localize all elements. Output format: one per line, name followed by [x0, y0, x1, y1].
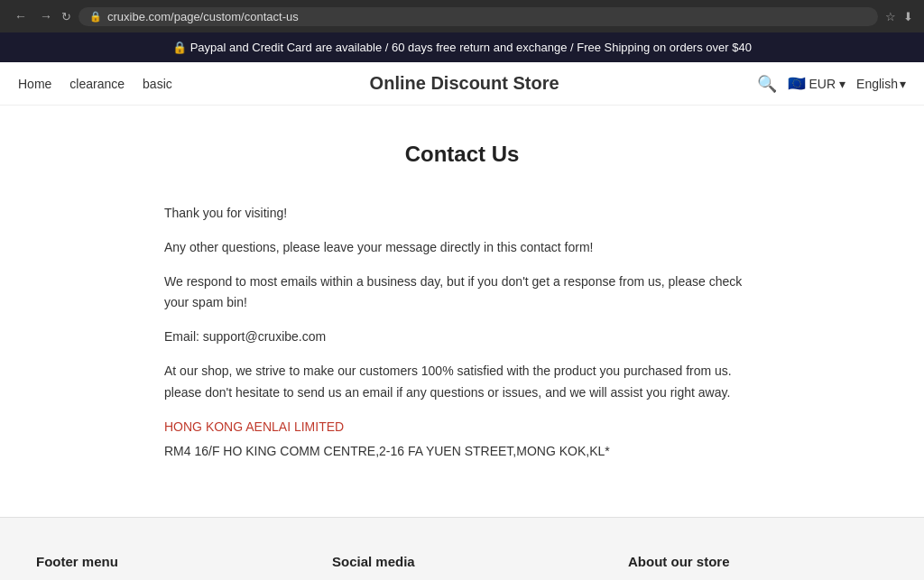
footer-about-title: About our store	[628, 554, 888, 569]
language-label: English	[856, 77, 898, 91]
language-selector[interactable]: English ▾	[856, 77, 906, 91]
footer-social-title: Social media	[332, 554, 592, 569]
footer-menu-col: Footer menu Why sale with this price? Ab…	[36, 554, 296, 580]
footer-social-col: Social media Show a newsletter sign up a…	[332, 554, 592, 580]
nav-basic[interactable]: basic	[143, 77, 172, 91]
contact-p1: Thank you for visiting!	[164, 203, 760, 225]
contact-p5: At our shop, we strive to make our custo…	[164, 361, 760, 404]
nav-clearance[interactable]: clearance	[69, 77, 125, 91]
reload-button[interactable]: ↻	[61, 10, 71, 23]
url-text: cruxibe.com/page/custom/contact-us	[107, 10, 299, 23]
lock-icon: 🔒	[89, 11, 102, 23]
forward-button[interactable]: →	[36, 7, 56, 25]
search-button[interactable]: 🔍	[757, 74, 777, 94]
download-button[interactable]: ⬇	[903, 10, 913, 23]
contact-email: Email: support@cruxibe.com	[164, 327, 760, 348]
header-nav: Home clearance basic	[18, 77, 172, 91]
address-bar[interactable]: 🔒 cruxibe.com/page/custom/contact-us	[79, 7, 878, 26]
currency-selector[interactable]: 🇪🇺 EUR ▾	[788, 75, 846, 92]
footer-about-col: About our store About our store ⭐ High-q…	[628, 554, 888, 580]
main-content: Contact Us Thank you for visiting! Any o…	[56, 106, 868, 517]
site-logo: Online Discount Store	[172, 73, 757, 94]
browser-chrome: ← → ↻ 🔒 cruxibe.com/page/custom/contact-…	[0, 0, 924, 32]
currency-chevron-icon: ▾	[839, 77, 845, 91]
flag-icon: 🇪🇺	[788, 75, 806, 92]
site-header: Home clearance basic Online Discount Sto…	[0, 62, 924, 106]
language-chevron-icon: ▾	[900, 77, 906, 91]
browser-nav-buttons: ← → ↻	[11, 7, 71, 25]
contact-p2: Any other questions, please leave your m…	[164, 237, 760, 259]
company-address: RM4 16/F HO KING COMM CENTRE,2-16 FA YUE…	[164, 444, 610, 458]
back-button[interactable]: ←	[11, 7, 31, 25]
contact-body: Thank you for visiting! Any other questi…	[164, 203, 760, 463]
currency-label: EUR	[809, 77, 836, 91]
announcement-text: 🔒 Paypal and Credit Card are available /…	[172, 41, 752, 54]
bookmark-button[interactable]: ☆	[885, 10, 896, 23]
site-footer: Footer menu Why sale with this price? Ab…	[0, 517, 924, 580]
browser-actions: ☆ ⬇	[885, 10, 913, 23]
contact-p3: We respond to most emails within a busin…	[164, 272, 760, 315]
announcement-bar: 🔒 Paypal and Credit Card are available /…	[0, 32, 924, 62]
footer-menu-title: Footer menu	[36, 554, 296, 569]
company-name: HONG KONG AENLAI LIMITED	[164, 417, 760, 438]
nav-home[interactable]: Home	[18, 77, 51, 91]
page-title: Contact Us	[74, 142, 850, 167]
footer-grid: Footer menu Why sale with this price? Ab…	[36, 554, 888, 580]
header-actions: 🔍 🇪🇺 EUR ▾ English ▾	[757, 74, 906, 94]
